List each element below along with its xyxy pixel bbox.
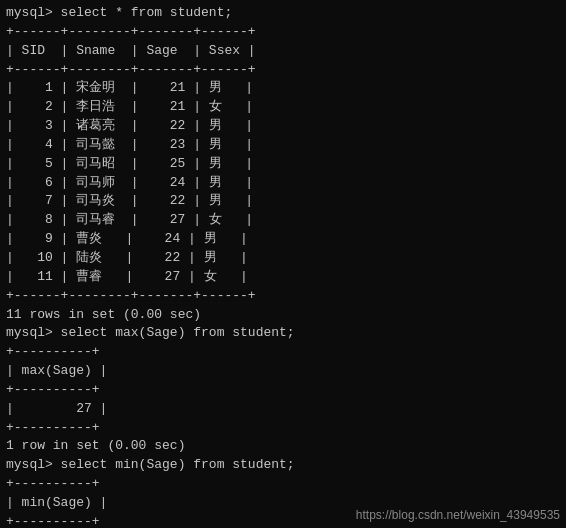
terminal-line: | 3 | 诸葛亮 | 22 | 男 | (6, 117, 560, 136)
terminal-line: +----------+ (6, 475, 560, 494)
terminal-line: | 2 | 李日浩 | 21 | 女 | (6, 98, 560, 117)
terminal-line: +------+--------+-------+------+ (6, 287, 560, 306)
terminal-window: mysql> select * from student;+------+---… (0, 0, 566, 528)
terminal-line: | 27 | (6, 400, 560, 419)
watermark: https://blog.csdn.net/weixin_43949535 (356, 508, 560, 522)
terminal-line: mysql> select max(Sage) from student; (6, 324, 560, 343)
terminal-line: +------+--------+-------+------+ (6, 61, 560, 80)
terminal-line: +------+--------+-------+------+ (6, 23, 560, 42)
terminal-line: mysql> select * from student; (6, 4, 560, 23)
terminal-line: | 5 | 司马昭 | 25 | 男 | (6, 155, 560, 174)
terminal-line: | 1 | 宋金明 | 21 | 男 | (6, 79, 560, 98)
terminal-line: +----------+ (6, 381, 560, 400)
terminal-line: 11 rows in set (0.00 sec) (6, 306, 560, 325)
terminal-line: | max(Sage) | (6, 362, 560, 381)
terminal-line: +----------+ (6, 419, 560, 438)
terminal-line: 1 row in set (0.00 sec) (6, 437, 560, 456)
terminal-line: | 10 | 陆炎 | 22 | 男 | (6, 249, 560, 268)
terminal-line: | 9 | 曹炎 | 24 | 男 | (6, 230, 560, 249)
terminal-line: | SID | Sname | Sage | Ssex | (6, 42, 560, 61)
terminal-line: | 6 | 司马师 | 24 | 男 | (6, 174, 560, 193)
terminal-line: | 11 | 曹睿 | 27 | 女 | (6, 268, 560, 287)
terminal-line: | 8 | 司马睿 | 27 | 女 | (6, 211, 560, 230)
terminal-line: +----------+ (6, 343, 560, 362)
terminal-line: mysql> select min(Sage) from student; (6, 456, 560, 475)
terminal-line: | 7 | 司马炎 | 22 | 男 | (6, 192, 560, 211)
terminal-line: | 4 | 司马懿 | 23 | 男 | (6, 136, 560, 155)
